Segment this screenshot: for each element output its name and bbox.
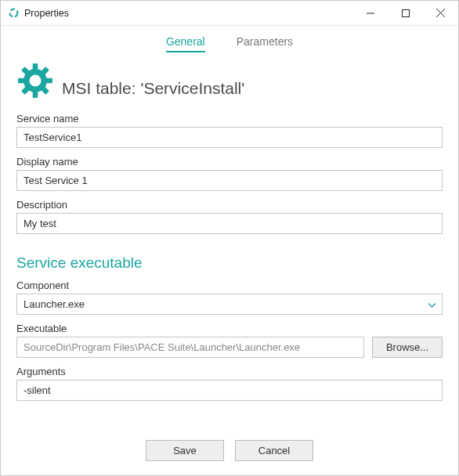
- browse-button[interactable]: Browse...: [372, 337, 443, 358]
- component-select[interactable]: [16, 294, 443, 315]
- executable-input: [16, 337, 364, 358]
- arguments-label: Arguments: [16, 366, 443, 377]
- titlebar: Properties: [1, 1, 458, 26]
- section-heading: Service executable: [16, 254, 443, 272]
- svg-point-0: [9, 9, 17, 17]
- maximize-button[interactable]: [388, 1, 423, 25]
- description-label: Description: [16, 199, 443, 211]
- cancel-button[interactable]: Cancel: [235, 440, 313, 461]
- service-name-label: Service name: [16, 113, 443, 124]
- executable-label: Executable: [16, 323, 443, 334]
- description-input[interactable]: [16, 213, 443, 234]
- save-button[interactable]: Save: [146, 440, 224, 461]
- component-value[interactable]: [16, 294, 443, 315]
- footer-buttons: Save Cancel: [1, 440, 458, 461]
- window-title: Properties: [24, 8, 69, 19]
- close-button[interactable]: [423, 1, 458, 25]
- close-icon: [436, 9, 445, 17]
- arguments-input[interactable]: [16, 380, 443, 401]
- tab-parameters[interactable]: Parameters: [237, 35, 293, 52]
- minimize-button[interactable]: [352, 1, 388, 25]
- gear-icon: [16, 62, 54, 102]
- svg-rect-2: [402, 9, 409, 16]
- window-controls: [352, 1, 458, 25]
- tab-bar: General Parameters: [1, 35, 458, 52]
- display-name-input[interactable]: [16, 170, 443, 191]
- page-header: MSI table: 'ServiceInstall': [16, 62, 443, 102]
- page-title: MSI table: 'ServiceInstall': [62, 79, 244, 98]
- minimize-icon: [367, 9, 374, 17]
- app-icon: [7, 7, 20, 20]
- svg-point-14: [30, 75, 42, 87]
- component-label: Component: [16, 279, 443, 291]
- tab-general[interactable]: General: [166, 35, 205, 52]
- service-name-input[interactable]: [16, 127, 443, 148]
- content-area: MSI table: 'ServiceInstall' Service name…: [1, 52, 458, 401]
- display-name-label: Display name: [16, 156, 443, 168]
- maximize-icon: [402, 9, 410, 17]
